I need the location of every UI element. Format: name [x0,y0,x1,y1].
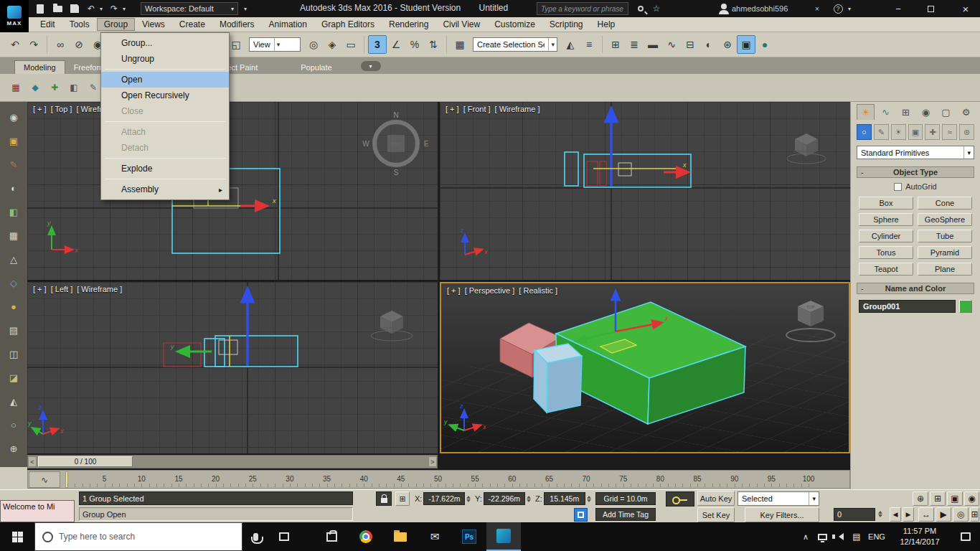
viewport-menu-shading[interactable]: [ Wireframe ] [495,105,540,113]
curve-editor-button[interactable]: ∿ [662,35,681,54]
left-tool-icon-3[interactable]: ✎ [5,156,22,173]
time-slider-handle[interactable]: 0 / 100 [38,456,133,467]
menu-graph-editors[interactable]: Graph Editors [314,18,382,31]
menu-item-assembly[interactable]: Assembly ▸ [101,182,229,197]
compass-west[interactable]: W [362,140,369,148]
undo-button[interactable]: ↶ [6,35,24,54]
ribbon-edge-tool-icon[interactable]: ✚ [47,80,62,95]
ribbon-toggle-button[interactable]: ▬ [644,35,662,54]
tray-expand-button[interactable]: ∧ [798,522,814,551]
y-coordinate-field[interactable]: -22.296m [484,492,525,505]
edit-named-selection-sets-button[interactable]: ▦ [451,35,469,54]
volume-tray-icon[interactable] [831,522,848,551]
category-space-warps[interactable]: ≈ [942,124,957,140]
name-and-color-rollout[interactable]: - Name and Color [857,283,974,294]
tab-hierarchy[interactable]: ⊞ [897,104,915,120]
left-tool-icon-10[interactable]: ▤ [5,322,22,339]
ribbon-element-tool-icon[interactable]: ✎ [86,80,100,95]
animation-mode-dropdown[interactable]: Selected ▾ [738,491,819,506]
zoom-extents-button[interactable]: ▣ [947,491,963,506]
keyword-search-input[interactable] [537,2,628,15]
torus-button[interactable]: Torus [859,246,913,259]
tab-modify[interactable]: ∿ [877,104,895,120]
mail-taskbar-icon[interactable]: ✉ [418,522,452,551]
minimize-button[interactable]: − [886,0,910,17]
redo-quick-button[interactable]: ↷ [108,2,121,15]
orbit-view-button[interactable]: ◎ [953,507,969,522]
3dsmax-taskbar-icon[interactable] [486,522,521,551]
tab-motion[interactable]: ◉ [917,104,935,120]
box-button[interactable]: Box [859,197,913,209]
cone-button[interactable]: Cone [918,197,972,209]
snaps-toggle[interactable]: 3 [368,35,387,54]
left-tool-icon-12[interactable]: ◪ [5,369,22,386]
pan-view-button[interactable]: ↔ [918,507,934,522]
viewport-menu-pov[interactable]: [ Left ] [51,285,73,293]
open-mini-curve-editor-button[interactable]: ∿ [29,471,60,488]
application-menu-button[interactable]: MAX [0,0,29,32]
geosphere-button[interactable]: GeoSphere [918,213,972,226]
toolbar-overflow-arrow[interactable]: ▾ [241,2,250,15]
move-gizmo-front[interactable]: x [593,110,687,187]
viewport-menu-shading[interactable]: [ Wireframe ] [77,285,122,293]
menu-help[interactable]: Help [590,18,623,31]
compass-south[interactable]: S [394,169,399,176]
current-frame-field[interactable]: 0 [834,508,875,521]
favorites-star-icon[interactable]: ☆ [650,2,663,15]
store-taskbar-icon[interactable] [314,522,349,551]
teapot-button[interactable]: Teapot [859,263,913,276]
menu-tools[interactable]: Tools [62,18,97,31]
category-shapes[interactable]: ✎ [874,124,889,140]
help-icon[interactable]: ? [832,2,844,15]
material-editor-button[interactable]: ◐ [699,35,718,54]
frame-spinner[interactable] [878,509,882,519]
action-center-button[interactable] [951,522,980,551]
align-button[interactable]: ≡ [580,35,598,54]
viewport-front[interactable]: x z x FRONT [ + ] [ Front ] [440,102,850,280]
maximize-button[interactable] [918,0,943,17]
viewport-menu-general[interactable]: [ + ] [33,105,47,113]
left-tool-icon-11[interactable]: ◫ [5,346,22,362]
category-lights[interactable]: ☀ [891,124,906,140]
viewcube-gizmo[interactable]: LEFT [371,311,413,341]
time-slider-track[interactable]: < 0 / 100 > [27,455,438,468]
category-cameras[interactable]: ▣ [908,124,923,140]
tab-utilities[interactable]: ⚙ [957,104,975,120]
isolate-selection-toggle[interactable] [574,508,588,522]
track-bar-strip[interactable]: ∿ 5 10 15 20 25 30 35 40 45 50 55 60 65 … [27,470,850,489]
key-filters-button[interactable]: Key Filters... [745,507,819,522]
viewport-menu-general[interactable]: [ + ] [33,285,47,293]
menu-customize[interactable]: Customize [487,18,542,31]
play-animation-button[interactable]: ▶ [903,507,914,522]
render-setup-button[interactable]: ⊛ [718,35,737,54]
new-file-button[interactable] [33,2,47,15]
cylinder-button[interactable]: Cylinder [859,230,913,242]
menu-edit[interactable]: Edit [33,18,62,31]
workspace-dropdown[interactable]: Workspace: Default ▾ [141,2,238,15]
language-indicator[interactable]: ENG [865,522,888,551]
compass-north[interactable]: N [393,111,398,119]
plane-button[interactable]: Plane [918,263,972,276]
left-tool-icon-14[interactable]: ○ [5,417,22,433]
left-tool-icon-8[interactable]: ◇ [5,275,22,291]
unlink-selection-button[interactable]: ⊘ [70,35,88,54]
keyboard-shortcut-override-toggle[interactable]: ▭ [341,35,360,54]
menu-rendering[interactable]: Rendering [382,18,435,31]
menu-create[interactable]: Create [172,18,212,31]
file-explorer-taskbar-icon[interactable] [383,522,418,551]
object-name-field[interactable]: Group001 [859,300,956,313]
left-tool-icon-7[interactable]: △ [5,251,22,268]
set-keys-button[interactable] [666,491,694,507]
primitive-category-dropdown[interactable]: Standard Primitives ▾ [857,146,974,159]
left-tool-icon-6[interactable]: ▦ [5,227,22,244]
z-coordinate-field[interactable]: 15.145m [544,492,585,505]
microphone-button[interactable] [242,522,268,551]
move-gizmo-left[interactable]: y [170,291,248,367]
left-tool-icon-4[interactable]: ◐ [5,180,22,197]
ribbon-vertex-tool-icon[interactable]: ◆ [28,80,42,95]
menu-group[interactable]: Group [97,18,135,31]
close-button[interactable]: × [951,0,980,17]
chrome-taskbar-icon[interactable] [349,522,383,551]
photoshop-taskbar-icon[interactable]: Ps [452,522,486,551]
maximize-viewport-toggle[interactable]: ⊞ [970,507,979,522]
